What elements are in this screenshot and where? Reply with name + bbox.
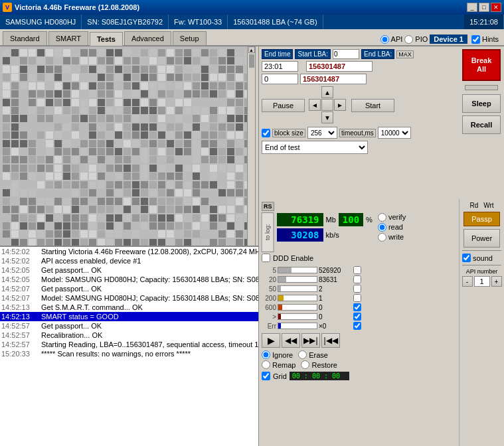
remap-row: Remap — [262, 360, 295, 369]
block-size-select[interactable]: 256 — [307, 127, 337, 139]
api-radio[interactable] — [380, 35, 389, 44]
tab-setup[interactable]: Setup — [173, 31, 207, 45]
grid-cell — [37, 156, 44, 163]
maximize-button[interactable]: □ — [479, 3, 489, 12]
grid-cell — [227, 57, 234, 64]
break-all-button[interactable]: BreakAll — [462, 49, 501, 81]
passp-button[interactable]: Passp — [463, 212, 500, 226]
grid-cell — [20, 181, 27, 188]
grid-cell — [37, 82, 44, 90]
tab-smart[interactable]: SMART — [48, 31, 88, 45]
ddd-checkbox[interactable] — [262, 254, 270, 262]
log-time: 14:52:05 — [1, 275, 36, 283]
remap-radio[interactable] — [262, 360, 270, 369]
sound-checkbox[interactable] — [462, 254, 471, 262]
write-radio[interactable] — [378, 233, 386, 242]
grid-cell — [124, 123, 131, 131]
fwd-button[interactable]: ▶▶| — [301, 333, 320, 348]
block-size-checkbox[interactable] — [262, 129, 270, 137]
lba-counter-input[interactable] — [262, 74, 298, 84]
count-checkbox[interactable] — [353, 275, 361, 283]
read-radio[interactable] — [378, 223, 386, 232]
count-checkbox[interactable] — [353, 313, 361, 321]
verify-radio[interactable] — [378, 213, 386, 222]
api-plus-button[interactable]: + — [491, 276, 502, 287]
power-button[interactable]: Power — [463, 229, 500, 248]
grid-cell — [54, 173, 62, 180]
grid-cell — [132, 206, 139, 213]
count-checkbox[interactable] — [353, 285, 361, 293]
count-checkbox[interactable] — [353, 303, 361, 311]
tab-tests[interactable]: Tests — [90, 32, 123, 46]
tab-advanced[interactable]: Advanced — [124, 31, 171, 45]
grid-cell — [63, 230, 70, 238]
grid-cell — [115, 165, 122, 172]
grid-cell — [167, 156, 174, 163]
grid-scrollbar[interactable]: ▲ ▼ — [247, 46, 255, 246]
scroll-up-btn[interactable]: ▲ — [248, 46, 255, 53]
api-minus-button[interactable]: - — [462, 276, 473, 287]
grid-cell — [175, 66, 183, 73]
tab-standard[interactable]: Standard — [3, 31, 47, 45]
end-lba-input[interactable] — [306, 61, 373, 72]
grid-cell — [3, 49, 10, 56]
api-value-input[interactable] — [474, 276, 490, 287]
grid-cell — [218, 82, 226, 90]
arrow-up-btn[interactable]: ▲ — [321, 86, 333, 98]
grid-cell — [210, 66, 217, 73]
grid-cell — [218, 214, 226, 222]
timeout-select[interactable]: 10000 — [378, 127, 411, 139]
lba-display-input[interactable] — [300, 74, 367, 84]
tab-right-controls: API PIO Device 1 Hints — [380, 35, 504, 45]
play-button[interactable]: ▶ — [262, 333, 280, 348]
grid-cell — [46, 57, 53, 64]
grid-cell — [132, 230, 139, 238]
grid-cell — [149, 140, 157, 147]
grid-cell — [3, 123, 10, 131]
grid-cell — [149, 57, 157, 64]
rew-button[interactable]: ◀◀ — [282, 333, 300, 348]
count-checkbox[interactable] — [353, 322, 361, 330]
log-line: 14:52:02Starting Victoria 4.46b Freeware… — [0, 247, 258, 256]
arrow-down-btn[interactable]: ▼ — [321, 112, 333, 123]
pause-button[interactable]: Pause — [262, 99, 305, 112]
count-checkbox[interactable] — [353, 266, 361, 274]
grid-cell — [218, 123, 226, 131]
grid-cell — [158, 140, 165, 147]
arrow-center-btn[interactable] — [321, 99, 333, 111]
grid-cell — [46, 107, 53, 114]
recall-button[interactable]: Recall — [462, 115, 501, 134]
end-time-input[interactable] — [262, 61, 298, 72]
grid-cell — [210, 99, 217, 106]
grid-cell — [20, 82, 27, 90]
grid-cell — [29, 181, 36, 188]
grid-cell — [132, 156, 139, 163]
grid-cell — [141, 165, 148, 172]
grid-cell — [218, 99, 226, 106]
restore-radio[interactable] — [301, 360, 309, 369]
minimize-button[interactable]: _ — [467, 3, 477, 12]
start-lba-input[interactable] — [333, 49, 359, 59]
grid-cell — [210, 57, 217, 64]
grid-cell — [29, 140, 36, 147]
grid-cell — [37, 165, 44, 172]
status-select[interactable]: End of test — [262, 141, 368, 154]
sleep-button[interactable]: Sleep — [462, 94, 501, 113]
pio-radio[interactable] — [404, 35, 413, 44]
close-button[interactable]: ✕ — [491, 3, 501, 12]
arrow-left-btn[interactable]: ◄ — [309, 99, 321, 111]
grid-checkbox[interactable] — [262, 372, 270, 380]
hints-checkbox[interactable] — [471, 35, 480, 44]
grid-cell — [80, 239, 88, 246]
grid-cell — [20, 123, 27, 131]
grid-cell — [218, 74, 226, 81]
grid-cell — [115, 99, 122, 106]
count-checkbox[interactable] — [353, 294, 361, 302]
start-button[interactable]: Start — [351, 99, 394, 112]
grid-cell — [201, 148, 209, 155]
max-button[interactable]: MAX — [396, 50, 414, 58]
erase-radio[interactable] — [298, 350, 307, 359]
ignore-radio[interactable] — [262, 350, 270, 359]
arrow-right-btn[interactable]: ► — [334, 99, 346, 111]
end-button[interactable]: |◀◀ — [321, 333, 340, 348]
